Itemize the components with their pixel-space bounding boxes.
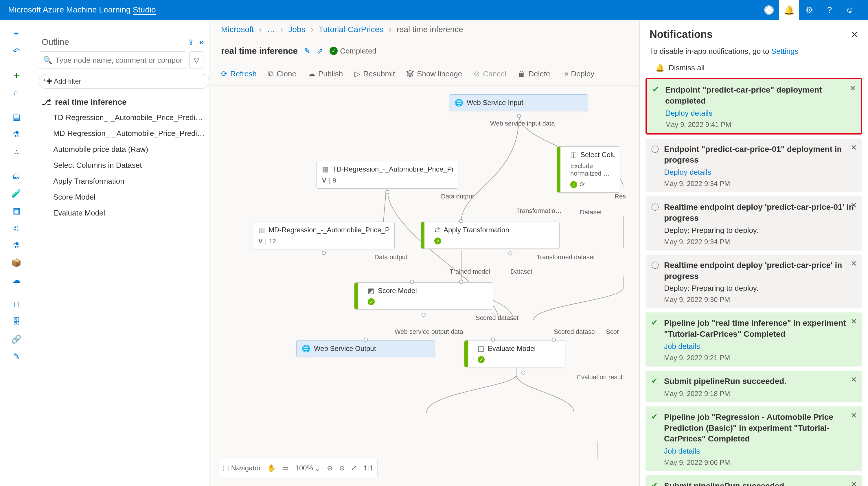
evaluate-icon: ◫ — [478, 345, 484, 353]
dismiss-all-button[interactable]: 🔔Dismiss all — [640, 60, 868, 78]
components-icon[interactable]: ▦ — [6, 202, 27, 219]
close-panel-icon[interactable]: ✕ — [851, 30, 858, 40]
bc-2[interactable]: Jobs — [288, 25, 305, 34]
dismiss-card-icon[interactable]: ✕ — [850, 143, 857, 152]
hamburger-icon[interactable]: ≡ — [6, 26, 27, 42]
cancel-icon: ⊘ — [474, 69, 480, 78]
pipelines-icon[interactable]: ⎌ — [6, 220, 27, 236]
navigator-button[interactable]: ⬚ Navigator — [222, 464, 261, 472]
notification-card: ✔✕Submit pipelineRun succeeded. — [646, 475, 862, 486]
bell-icon[interactable]: 🔔 — [779, 0, 799, 20]
settings-link[interactable]: Settings — [771, 47, 799, 56]
dismiss-card-icon[interactable]: ✕ — [850, 411, 857, 420]
card-link[interactable]: Job details — [664, 342, 856, 351]
new-icon[interactable]: ＋ — [6, 67, 27, 83]
dismiss-card-icon[interactable]: ✕ — [850, 375, 857, 384]
refresh-button[interactable]: ⟳Refresh — [221, 69, 257, 78]
search-input[interactable] — [55, 56, 182, 65]
node-web-service-input[interactable]: 🌐Web Service Input — [449, 94, 588, 111]
share-icon[interactable]: ⇪ — [188, 38, 194, 47]
jobs-icon[interactable]: 🧪 — [6, 185, 27, 201]
gear-icon[interactable]: ⚙ — [799, 0, 819, 20]
search-icon: 🔍 — [43, 56, 52, 65]
pipeline-canvas[interactable]: 🌐Web Service Input Web service input dat… — [210, 86, 640, 486]
outline-root[interactable]: ⎇ real time inference — [42, 94, 206, 110]
publish-button[interactable]: ☁Publish — [308, 69, 343, 78]
clone-button[interactable]: ⧉Clone — [268, 69, 296, 78]
outline-item[interactable]: TD-Regression_-_Automobile_Price_Predict… — [42, 110, 206, 126]
delete-button[interactable]: 🗑Delete — [518, 69, 550, 78]
node-score-model[interactable]: ◩Score Model ✓ — [354, 282, 493, 310]
zoom-level[interactable]: 100% ⌄ — [295, 464, 320, 472]
status-pill: ✓Completed — [330, 46, 376, 56]
dismiss-card-icon[interactable]: ✕ — [849, 84, 856, 93]
add-filter-button[interactable]: ⁺✚Add filter — [39, 74, 209, 89]
designer-icon[interactable]: ⛬ — [6, 143, 27, 160]
refresh-small-icon: ⟳ — [580, 181, 585, 188]
fit-icon[interactable]: ⤢ — [351, 464, 357, 472]
card-title: Endpoint "predict-car-price-01" deployme… — [664, 144, 856, 166]
card-time: May 9, 2022 9:30 PM — [664, 296, 856, 304]
endpoints-icon[interactable]: ☁ — [6, 272, 27, 288]
outline-item[interactable]: Evaluate Model — [42, 205, 206, 221]
card-time: May 9, 2022 9:18 PM — [664, 390, 856, 398]
bc-1[interactable]: … — [267, 25, 275, 34]
zoom-in-icon[interactable]: ⊕ — [339, 464, 345, 472]
outline-item[interactable]: Automobile price data (Raw) — [42, 141, 206, 157]
card-link[interactable]: Job details — [664, 447, 856, 456]
node-md-regression[interactable]: ▦MD-Regression_-_Automobile_Price_Pred… … — [253, 222, 395, 249]
check-icon: ✔ — [651, 318, 658, 327]
globe-icon: 🌐 — [302, 345, 310, 353]
edit-icon[interactable]: ✎ — [304, 46, 310, 56]
dismiss-card-icon[interactable]: ✕ — [850, 480, 857, 486]
node-apply-transformation[interactable]: ⇄Apply Transformation ✓ — [421, 222, 560, 249]
help-icon[interactable]: ? — [819, 0, 840, 20]
notification-card: ⓘ✕Endpoint "predict-car-price-01" deploy… — [646, 138, 862, 193]
open-icon[interactable]: ⇗ — [317, 46, 323, 56]
feedback-icon[interactable]: ☺ — [840, 0, 860, 20]
hand-icon[interactable]: ✋ — [267, 464, 276, 472]
datastores-icon[interactable]: 🗄 — [6, 314, 27, 330]
data-icon[interactable]: 🗂 — [6, 168, 27, 184]
notifications-panel: Notifications ✕ To disable in-app notifi… — [640, 20, 868, 486]
filter-button[interactable]: ▽ — [189, 52, 204, 69]
card-link[interactable]: Deploy details — [665, 109, 855, 118]
resubmit-button[interactable]: ▷Resubmit — [354, 69, 395, 78]
cancel-button[interactable]: ⊘Cancel — [474, 69, 506, 78]
notebooks-icon[interactable]: ▤ — [6, 109, 27, 125]
automl-icon[interactable]: ⚗ — [6, 126, 27, 142]
outline-item[interactable]: MD-Regression_-_Automobile_Price_Predic… — [42, 126, 206, 141]
node-evaluate-model[interactable]: ◫Evaluate Model ✓ — [464, 340, 565, 367]
app-title: Microsoft Azure Machine Learning Studio — [8, 5, 156, 14]
actual-size-icon[interactable]: 1:1 — [363, 464, 373, 472]
dismiss-card-icon[interactable]: ✕ — [850, 317, 857, 326]
clock-icon[interactable]: 🕒 — [758, 0, 779, 20]
home-icon[interactable]: ⌂ — [6, 85, 27, 101]
bc-0[interactable]: Microsoft — [221, 25, 254, 34]
linked-icon[interactable]: 🔗 — [6, 331, 27, 347]
canvas-toolbar: ⬚ Navigator ✋ ▭ 100% ⌄ ⊖ ⊕ ⤢ 1:1 — [218, 459, 378, 477]
outline-search[interactable]: 🔍 — [39, 52, 186, 69]
lineage-button[interactable]: 🕸Show lineage — [406, 69, 462, 78]
dismiss-card-icon[interactable]: ✕ — [850, 259, 857, 268]
models-icon[interactable]: 📦 — [6, 255, 27, 271]
outline-item[interactable]: Select Columns in Dataset — [42, 157, 206, 173]
node-td-regression[interactable]: ▦TD-Regression_-_Automobile_Price_Predi…… — [316, 161, 458, 189]
experiments-icon[interactable]: ⚗ — [6, 237, 27, 253]
undo-icon[interactable]: ↶ — [6, 43, 27, 59]
labeling-icon[interactable]: ✎ — [6, 348, 27, 364]
compute-icon[interactable]: 🖥 — [6, 296, 27, 313]
bc-3[interactable]: Tutorial-CarPrices — [318, 25, 384, 34]
node-web-service-output[interactable]: 🌐Web Service Output — [296, 340, 435, 357]
deploy-button[interactable]: ⇥Deploy — [562, 69, 594, 78]
selection-icon[interactable]: ▭ — [282, 464, 289, 472]
outline-item[interactable]: Apply Transformation — [42, 173, 206, 189]
zoom-out-icon[interactable]: ⊖ — [327, 464, 333, 472]
port-label: Dataset — [510, 268, 532, 276]
dismiss-card-icon[interactable]: ✕ — [850, 201, 857, 210]
card-link[interactable]: Deploy details — [664, 168, 856, 177]
node-select-columns[interactable]: ◫Select Columns Exclude normalized … ✓⟳ — [557, 147, 620, 193]
collapse-outline-icon[interactable]: « — [199, 38, 204, 47]
panel-subtext: To disable in-app notifications, go to S… — [640, 43, 868, 60]
outline-item[interactable]: Score Model — [42, 189, 206, 205]
